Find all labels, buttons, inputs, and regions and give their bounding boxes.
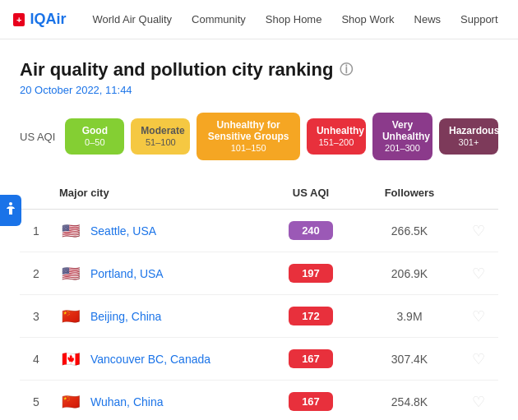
heart-icon[interactable]: ♡ <box>472 351 485 367</box>
nav-link-shop-home[interactable]: Shop Home <box>256 0 332 39</box>
aqi-badge-hazardous: Hazardous301+ <box>439 118 498 155</box>
page-title-text: Air quality and pollution city ranking <box>20 59 333 81</box>
flag-icon: 🇨🇦 <box>59 351 82 367</box>
aqi-value-cell: 167 <box>261 392 360 411</box>
aqi-badge-very-unhealthy: Very Unhealthy201–300 <box>372 113 432 160</box>
city-cell: 🇺🇸 Portland, USA <box>53 265 261 282</box>
aqi-value-cell: 240 <box>261 221 360 240</box>
followers-cell: 266.5K <box>360 224 459 238</box>
aqi-chip: 167 <box>289 349 333 368</box>
followers-cell: 254.8K <box>360 395 459 408</box>
page-title: Air quality and pollution city ranking ⓘ <box>20 59 498 81</box>
city-name-link[interactable]: Portland, USA <box>90 267 164 280</box>
info-icon[interactable]: ⓘ <box>340 62 353 79</box>
rank-cell: 2 <box>20 267 53 280</box>
followers-cell: 206.9K <box>360 267 459 280</box>
table-row: 1 🇺🇸 Seattle, USA 240 266.5K ♡ <box>20 210 498 252</box>
navbar: + IQAir World Air QualityCommunityShop H… <box>0 0 518 39</box>
rank-cell: 3 <box>20 310 53 323</box>
table-row: 2 🇺🇸 Portland, USA 197 206.9K ♡ <box>20 252 498 295</box>
heart-icon[interactable]: ♡ <box>472 265 485 282</box>
aqi-legend-label: US AQI <box>20 131 55 143</box>
header-aqi: US AQI <box>261 187 360 199</box>
city-cell: 🇨🇳 Beijing, China <box>53 308 261 325</box>
heart-icon[interactable]: ♡ <box>472 308 485 325</box>
logo[interactable]: + IQAir <box>13 11 66 28</box>
heart-cell: ♡ <box>459 222 498 240</box>
table-body: 1 🇺🇸 Seattle, USA 240 266.5K ♡ 2 🇺🇸 Port… <box>20 210 498 420</box>
aqi-value-cell: 167 <box>261 349 360 368</box>
aqi-value-cell: 172 <box>261 307 360 325</box>
nav-link-support[interactable]: Support <box>451 0 508 39</box>
city-cell: 🇨🇦 Vancouver BC, Canada <box>53 351 261 367</box>
heart-icon[interactable]: ♡ <box>472 223 485 239</box>
svg-point-0 <box>9 202 12 205</box>
page-subtitle: 20 October 2022, 11:44 <box>20 84 498 96</box>
aqi-badge-good: Good0–50 <box>65 118 124 155</box>
nav-link-shop-work[interactable]: Shop Work <box>331 0 404 39</box>
city-name-link[interactable]: Vancouver BC, Canada <box>90 353 210 366</box>
heart-cell: ♡ <box>459 307 498 325</box>
aqi-badge-moderate: Moderate51–100 <box>131 118 190 155</box>
aqi-badge-unhealthy-for-sensitive-groups: Unhealthy for Sensitive Groups101–150 <box>197 113 300 160</box>
followers-cell: 3.9M <box>360 310 459 323</box>
header-city: Major city <box>53 187 261 199</box>
city-name-link[interactable]: Wuhan, China <box>90 395 163 408</box>
nav-link-community[interactable]: Community <box>182 0 256 39</box>
aqi-chip: 197 <box>289 264 333 283</box>
city-cell: 🇨🇳 Wuhan, China <box>53 394 261 410</box>
main-content: Air quality and pollution city ranking ⓘ… <box>0 39 518 420</box>
heart-cell: ♡ <box>459 265 498 283</box>
header-followers: Followers <box>360 187 459 199</box>
heart-cell: ♡ <box>459 393 498 411</box>
header-rank <box>20 187 53 199</box>
flag-icon: 🇨🇳 <box>59 394 82 410</box>
nav-link-world-air-quality[interactable]: World Air Quality <box>82 0 182 39</box>
table-header: Major city US AQI Followers <box>20 177 498 210</box>
city-cell: 🇺🇸 Seattle, USA <box>53 223 261 239</box>
aqi-badge-unhealthy: Unhealthy151–200 <box>307 118 366 155</box>
accessibility-button[interactable] <box>0 195 21 226</box>
aqi-value-cell: 197 <box>261 264 360 283</box>
flag-icon: 🇺🇸 <box>59 265 82 282</box>
aqi-chip: 167 <box>289 392 333 411</box>
heart-icon[interactable]: ♡ <box>472 394 485 410</box>
aqi-chip: 240 <box>289 221 333 240</box>
rank-cell: 4 <box>20 353 53 366</box>
aqi-legend: US AQI Good0–50Moderate51–100Unhealthy f… <box>20 113 498 160</box>
flag-icon: 🇨🇳 <box>59 308 82 325</box>
nav-link-news[interactable]: News <box>405 0 451 39</box>
heart-cell: ♡ <box>459 350 498 368</box>
table-row: 3 🇨🇳 Beijing, China 172 3.9M ♡ <box>20 295 498 338</box>
table-row: 5 🇨🇳 Wuhan, China 167 254.8K ♡ <box>20 381 498 420</box>
rank-cell: 5 <box>20 395 53 408</box>
header-actions <box>459 187 498 199</box>
aqi-chip: 172 <box>289 307 333 325</box>
city-name-link[interactable]: Seattle, USA <box>90 224 156 238</box>
logo-text: IQAir <box>30 11 66 28</box>
flag-icon: 🇺🇸 <box>59 223 82 239</box>
nav-links: World Air QualityCommunityShop HomeShop … <box>82 0 507 39</box>
table-row: 4 🇨🇦 Vancouver BC, Canada 167 307.4K ♡ <box>20 338 498 381</box>
city-name-link[interactable]: Beijing, China <box>90 310 161 323</box>
rank-cell: 1 <box>20 224 53 238</box>
followers-cell: 307.4K <box>360 353 459 366</box>
logo-cross-icon: + <box>13 13 25 26</box>
